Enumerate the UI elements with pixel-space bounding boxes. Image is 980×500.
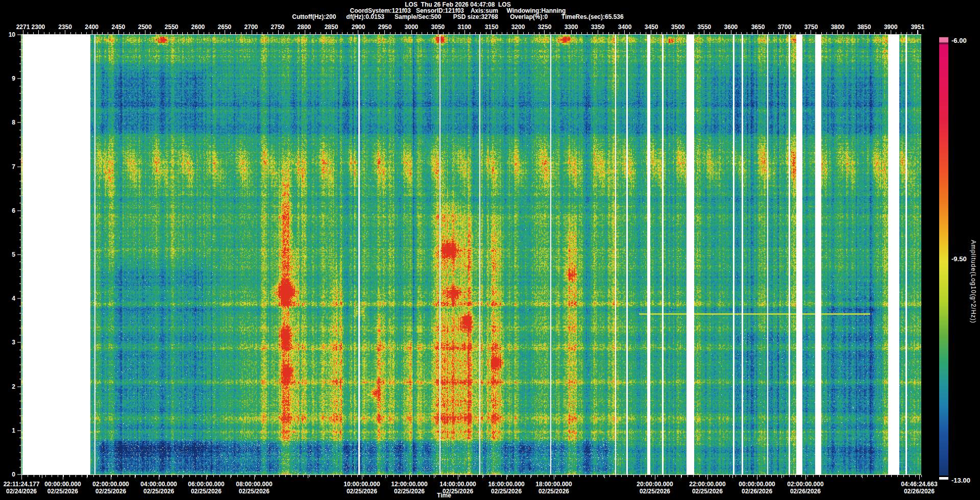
bottom-axis-minor-tick [69, 475, 70, 477]
left-axis-tick-label: 2 [12, 383, 15, 390]
bottom-axis-minor-tick [172, 475, 172, 477]
bottom-axis-minor-tick [63, 475, 64, 477]
bottom-axis-minor-tick [909, 475, 910, 477]
colorbar-scale-label: -13.00 [951, 477, 970, 484]
bottom-axis-major-tick [159, 475, 159, 480]
time-value: 00:00:00.000 [44, 481, 81, 488]
bottom-axis-minor-tick [669, 475, 670, 477]
date-value: 02/25/2026 [344, 488, 380, 495]
bottom-axis-minor-tick [837, 475, 838, 477]
date-value: 02/24/2026 [4, 488, 40, 495]
bottom-axis-mid-tick [87, 475, 87, 478]
bottom-axis-mid-tick [681, 475, 681, 478]
bottom-axis-minor-tick [453, 475, 454, 477]
bottom-axis-minor-tick [903, 475, 904, 477]
left-axis-tick-label: 7 [12, 163, 15, 170]
bottom-axis-minor-tick [58, 475, 58, 477]
time-value: 22:11:24.177 [4, 481, 40, 488]
bottom-axis-minor-tick [736, 475, 736, 477]
bottom-axis-minor-tick [165, 475, 166, 477]
date-value: 02/25/2026 [391, 488, 427, 495]
bottom-axis-minor-tick [531, 475, 532, 477]
bottom-axis-minor-tick [207, 475, 208, 477]
bottom-axis-mid-tick [385, 475, 386, 478]
date-value: 02/26/2026 [739, 488, 775, 495]
bottom-axis-minor-tick [579, 475, 580, 477]
bottom-axis-minor-tick [405, 475, 406, 477]
bottom-axis-minor-tick [399, 475, 400, 477]
bottom-axis-minor-tick [867, 475, 868, 477]
bottom-axis-time-label: 00:00:00.00002/26/2026 [739, 481, 775, 495]
bottom-axis-minor-tick [921, 475, 922, 477]
time-value: 02:00:00.000 [92, 481, 129, 488]
bottom-axis-minor-tick [472, 475, 472, 477]
bottom-axis-minor-tick [52, 475, 52, 477]
bottom-axis-minor-tick [729, 475, 730, 477]
bottom-axis-minor-tick [489, 475, 490, 477]
bottom-axis-minor-tick [897, 475, 898, 477]
bottom-axis-major-tick [554, 475, 554, 480]
colorbar [939, 40, 948, 476]
bottom-axis-minor-tick [195, 475, 196, 477]
bottom-axis-minor-tick [100, 475, 100, 477]
date-value: 02/25/2026 [188, 488, 224, 495]
bottom-axis-minor-tick [387, 475, 388, 477]
bottom-axis-minor-tick [699, 475, 700, 477]
bottom-axis-minor-tick [717, 475, 718, 477]
bottom-axis-minor-tick [381, 475, 382, 477]
bottom-axis-minor-tick [255, 475, 256, 477]
bottom-axis-minor-tick [226, 475, 226, 477]
left-axis-tick-label: 1 [12, 427, 15, 434]
bottom-axis-major-tick [21, 475, 22, 480]
date-value: 02/26/2026 [901, 488, 937, 495]
bottom-axis-minor-tick [597, 475, 598, 477]
left-axis-tick-label: 10 [9, 31, 15, 38]
bottom-axis-minor-tick [375, 475, 376, 477]
bottom-axis-minor-tick [603, 475, 604, 477]
bottom-axis-major-tick [63, 475, 63, 480]
colorbar-scale-label: -6.00 [951, 37, 967, 44]
spectrogram-canvas[interactable] [21, 35, 921, 474]
bottom-axis-minor-tick [843, 475, 844, 477]
bottom-axis-minor-tick [219, 475, 220, 477]
time-value: 00:00:00.000 [739, 481, 775, 488]
bottom-axis-minor-tick [274, 475, 274, 477]
bottom-axis-minor-tick [309, 475, 310, 477]
bottom-axis-minor-tick [435, 475, 436, 477]
colorbar-title: Amplitude(Log10(g^2/Hz)) [970, 240, 977, 323]
date-value: 02/25/2026 [636, 488, 673, 495]
left-axis-tick-label: 3 [12, 339, 15, 346]
bottom-axis-major-tick [919, 475, 920, 480]
bottom-axis-minor-tick [148, 475, 148, 477]
bottom-axis-minor-tick [322, 475, 322, 477]
bottom-axis-mid-tick [230, 475, 231, 478]
bottom-axis-minor-tick [291, 475, 292, 477]
bottom-axis-time-label: 04:46:24.66302/26/2026 [901, 481, 937, 495]
time-value: 14:00:00.000 [439, 481, 476, 488]
bottom-axis-major-tick [655, 475, 655, 480]
bottom-axis-major-tick [707, 475, 708, 480]
bottom-axis-major-tick [458, 475, 458, 480]
bottom-axis-minor-tick [159, 475, 160, 477]
bottom-axis-minor-tick [640, 475, 640, 477]
bottom-axis-minor-tick [363, 475, 364, 477]
bottom-axis-minor-tick [849, 475, 850, 477]
bottom-axis-minor-tick [723, 475, 724, 477]
time-value: 02:00:00.000 [787, 481, 823, 488]
bottom-axis-mid-tick [604, 475, 605, 478]
bottom-axis-mid-tick [781, 475, 782, 478]
bottom-axis-minor-tick [765, 475, 766, 477]
bottom-axis-minor-tick [183, 475, 184, 477]
bottom-axis-minor-tick [106, 475, 106, 477]
bottom-axis-minor-tick [525, 475, 526, 477]
bottom-axis-minor-tick [28, 475, 28, 477]
bottom-axis-minor-tick [483, 475, 484, 477]
bottom-axis-minor-tick [39, 475, 40, 477]
bottom-axis-minor-tick [327, 475, 328, 477]
bottom-axis-minor-tick [688, 475, 688, 477]
bottom-axis-mid-tick [434, 475, 434, 478]
bottom-axis-minor-tick [45, 475, 46, 477]
bottom-axis-minor-tick [712, 475, 712, 477]
bottom-axis-minor-tick [693, 475, 694, 477]
bottom-axis-major-tick [805, 475, 806, 480]
